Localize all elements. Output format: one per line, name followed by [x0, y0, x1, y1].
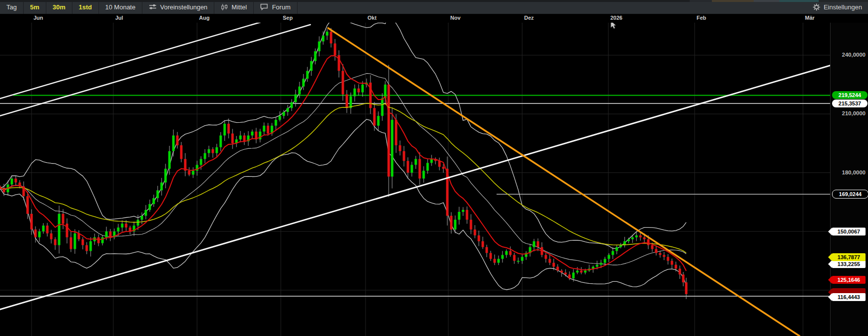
badge-pointer [828, 293, 832, 301]
badge-value: 125,1646 [832, 276, 866, 284]
settings-label: Einstellungen [824, 3, 862, 11]
badge-value: 133,2255 [832, 260, 866, 268]
price-axis-label: 210,0000 [842, 110, 866, 116]
price-badge: 125,1646 [828, 276, 866, 284]
clipped-row-segment [712, 0, 754, 2]
toolbar-button-voreinstellungen[interactable]: Voreinstellungen [142, 0, 214, 14]
badge-pointer [828, 260, 832, 268]
badge-pointer [828, 276, 832, 284]
toolbar-button-label: 10 Monate [105, 3, 135, 11]
toolbar-button-label: Forum [272, 3, 291, 11]
time-axis-label: Nov [450, 15, 461, 21]
toolbar-button-forum[interactable]: Forum [254, 0, 298, 14]
time-axis-label: Jun [33, 15, 43, 21]
toolbar-button-label: Tag [6, 3, 17, 11]
toolbar-button-10monate[interactable]: 10 Monate [99, 0, 142, 14]
clipped-row-segment [690, 0, 712, 2]
toolbar-button-label: 1std [79, 3, 92, 11]
clipped-row-segment [779, 0, 819, 2]
toolbar-button-label: Voreinstellungen [160, 3, 207, 11]
badge-pointer [828, 253, 832, 261]
gear-icon [813, 3, 820, 11]
toolbar-button-tag[interactable]: Tag [0, 0, 24, 14]
time-axis-label: Aug [199, 15, 209, 21]
price-badge: 136,7877 [828, 253, 866, 261]
price-badge: 219,5244 [832, 91, 868, 99]
badge-value: 169,0244 [832, 190, 868, 199]
trading-chart-window: Tag5m30m1std10 MonateVoreinstellungenMit… [0, 0, 868, 336]
chart-plot-area[interactable] [0, 0, 868, 336]
time-axis-label: Feb [697, 15, 706, 21]
toolbar-button-30m[interactable]: 30m [46, 0, 72, 14]
price-axis-label: 180,0000 [842, 169, 866, 175]
badge-value: 116,4443 [832, 293, 866, 301]
badge-value: 215,3537 [832, 100, 868, 107]
badge-pointer [828, 228, 832, 235]
price-badge: 169,0244 [832, 190, 868, 198]
time-axis-label: Dez [524, 15, 534, 21]
settings-button[interactable]: Einstellungen [807, 0, 868, 14]
candlestick-icon [221, 3, 228, 11]
time-axis-label: Mär [805, 15, 815, 21]
speech-bubble-icon [260, 3, 268, 10]
time-axis[interactable]: JunJulAugSepOktNovDez2026FebMär [0, 14, 868, 23]
time-axis-label: Okt [367, 15, 376, 21]
price-axis[interactable]: 240,0000210,0000180,0000215,3537219,5244… [830, 23, 868, 336]
price-badge: 215,3537 [832, 100, 868, 107]
time-axis-label: Jul [115, 15, 123, 21]
clipped-top-row [0, 0, 868, 2]
price-badge: 133,2255 [828, 260, 866, 268]
price-badge: 116,4443 [828, 293, 866, 301]
toolbar-spacer [298, 0, 807, 14]
badge-value: 219,5244 [832, 91, 868, 99]
time-axis-label: 2026 [610, 15, 622, 21]
toolbar-button-label: Mittel [232, 3, 247, 11]
sliders-icon [149, 3, 157, 10]
badge-value: 136,7877 [832, 253, 866, 261]
price-axis-label: 240,0000 [842, 52, 866, 58]
toolbar-button-label: 30m [53, 3, 66, 11]
badge-value: 150,0067 [832, 228, 866, 235]
clipped-row-segment [819, 0, 868, 2]
chart-toolbar: Tag5m30m1std10 MonateVoreinstellungenMit… [0, 0, 868, 14]
clipped-row-segment [754, 0, 779, 2]
price-badge: 150,0067 [828, 228, 866, 235]
toolbar-button-5m[interactable]: 5m [24, 0, 46, 14]
toolbar-button-1std[interactable]: 1std [72, 0, 99, 14]
time-axis-label: Sep [283, 15, 293, 21]
toolbar-button-mittel[interactable]: Mittel [214, 0, 254, 14]
toolbar-button-label: 5m [30, 3, 39, 11]
clipped-row-segment [0, 0, 690, 2]
